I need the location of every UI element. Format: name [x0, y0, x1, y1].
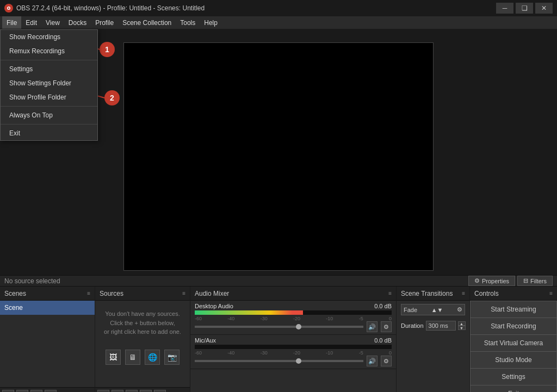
sources-remove-button[interactable]: − — [112, 390, 123, 393]
scene-transitions-panel: Scene Transitions ≡ Fade ▲▼ ⚙ Duration — [397, 287, 470, 392]
audio-mixer-panel: Audio Mixer ≡ Desktop Audio 0.0 dB — [190, 287, 397, 392]
mic-volume-knob — [296, 358, 301, 364]
sources-menu-icon[interactable]: ≡ — [182, 290, 185, 296]
annotation-1: 1 — [100, 42, 115, 57]
preview-canvas — [123, 42, 434, 271]
image-source-icon[interactable]: 🖼 — [106, 350, 121, 365]
divider-2 — [1, 106, 97, 107]
scenes-remove-button[interactable]: − — [16, 390, 28, 393]
menu-show-settings-folder[interactable]: Show Settings Folder — [1, 76, 97, 90]
scenes-panel: Scenes ≡ Scene + − ∧ ∨ — [0, 287, 95, 392]
minimize-button[interactable]: ─ — [496, 3, 513, 14]
audio-mixer-menu-icon[interactable]: ≡ — [388, 290, 392, 296]
menu-scene-collection[interactable]: Scene Collection — [118, 16, 176, 29]
menu-tools[interactable]: Tools — [176, 16, 200, 29]
sources-content[interactable]: You don't have any sources.Click the + b… — [95, 301, 190, 387]
start-streaming-button[interactable]: Start Streaming — [470, 301, 557, 318]
no-source-text: No source selected — [4, 277, 60, 285]
mic-volume-slider[interactable] — [195, 360, 363, 362]
menu-exit[interactable]: Exit — [1, 126, 97, 140]
sources-up-button[interactable]: ∧ — [140, 390, 152, 393]
sources-footer: + − ⚙ ∧ ∨ — [95, 387, 190, 392]
audio-scale-2: -60-40-30-20-10-50 — [195, 350, 392, 356]
transitions-content: Fade ▲▼ ⚙ Duration ▲ ▼ — [397, 301, 469, 392]
maximize-button[interactable]: ❑ — [516, 3, 533, 14]
menu-always-on-top[interactable]: Always On Top — [1, 108, 97, 122]
camera-source-icon[interactable]: 📷 — [164, 350, 180, 365]
mic-audio-settings[interactable]: ⚙ — [381, 356, 392, 366]
app-window: OBS 27.2.4 (64-bit, windows) - Profile: … — [0, 0, 557, 392]
duration-input[interactable] — [426, 321, 456, 331]
menu-help[interactable]: Help — [200, 16, 222, 29]
mic-aux-label: Mic/Aux — [195, 337, 216, 344]
menu-show-recordings[interactable]: Show Recordings — [1, 30, 97, 44]
scene-item[interactable]: Scene — [0, 301, 95, 315]
controls-panel: Controls ≡ Start Streaming Start Recordi… — [470, 287, 557, 392]
divider-1 — [1, 60, 97, 60]
settings-button[interactable]: Settings — [470, 369, 557, 385]
transition-settings-icon[interactable]: ⚙ — [457, 306, 462, 313]
controls-header: Controls ≡ — [470, 287, 557, 301]
desktop-mute-button[interactable]: 🔊 — [367, 321, 377, 332]
menu-show-profile-folder[interactable]: Show Profile Folder — [1, 90, 97, 104]
mic-aux-meter — [195, 345, 392, 349]
source-icons: 🖼 🖥 🌐 📷 — [95, 345, 190, 369]
audio-mixer-header: Audio Mixer ≡ — [190, 287, 396, 301]
filter-icon: ⊟ — [523, 277, 528, 284]
desktop-volume-knob — [296, 324, 301, 329]
app-icon — [4, 4, 13, 13]
mic-aux-controls: 🔊 ⚙ — [195, 356, 392, 366]
audio-mixer-title: Audio Mixer — [195, 290, 229, 297]
close-button[interactable]: ✕ — [535, 3, 553, 14]
scenes-title: Scenes — [4, 290, 26, 297]
studio-mode-button[interactable]: Studio Mode — [470, 352, 557, 369]
properties-button[interactable]: ⚙ Properties — [468, 276, 515, 286]
transitions-menu-icon[interactable]: ≡ — [462, 290, 465, 296]
browser-source-icon[interactable]: 🌐 — [145, 350, 160, 365]
menu-file[interactable]: File — [2, 16, 21, 29]
desktop-audio-label: Desktop Audio — [195, 303, 233, 309]
props-filters: ⚙ Properties ⊟ Filters — [468, 276, 553, 286]
menu-settings[interactable]: Settings — [1, 62, 97, 76]
scenes-up-button[interactable]: ∧ — [30, 390, 42, 393]
menu-docks[interactable]: Docks — [64, 16, 91, 29]
mic-aux-volume: 0.0 dB — [374, 337, 392, 344]
sources-down-button[interactable]: ∨ — [154, 390, 166, 393]
scenes-down-button[interactable]: ∨ — [45, 390, 57, 393]
scenes-menu-icon[interactable]: ≡ — [87, 290, 90, 296]
desktop-audio-settings[interactable]: ⚙ — [381, 321, 392, 332]
desktop-audio-channel: Desktop Audio 0.0 dB -60-40-30-20-10-50 — [190, 301, 396, 335]
duration-label: Duration — [401, 322, 424, 329]
duration-row: Duration ▲ ▼ — [397, 319, 469, 333]
desktop-audio-controls: 🔊 ⚙ — [195, 321, 392, 332]
controls-menu-icon[interactable]: ≡ — [549, 290, 553, 296]
duration-down-button[interactable]: ▼ — [458, 326, 466, 330]
exit-button[interactable]: Exit — [470, 385, 557, 392]
transition-dropdown[interactable]: Fade ▲▼ ⚙ — [401, 304, 465, 315]
start-recording-button[interactable]: Start Recording — [470, 318, 557, 335]
filters-button[interactable]: ⊟ Filters — [517, 276, 553, 286]
desktop-volume-slider[interactable] — [195, 326, 363, 328]
mic-mute-button[interactable]: 🔊 — [367, 356, 377, 366]
menu-remux-recordings[interactable]: Remux Recordings — [1, 44, 97, 58]
transition-arrow: ▲▼ — [431, 307, 443, 313]
scenes-footer: + − ∧ ∨ — [0, 387, 95, 392]
titlebar: OBS 27.2.4 (64-bit, windows) - Profile: … — [0, 0, 557, 16]
sources-settings-button[interactable]: ⚙ — [126, 390, 138, 393]
file-dropdown: Show Recordings Remux Recordings Setting… — [0, 29, 98, 141]
display-source-icon[interactable]: 🖥 — [125, 350, 140, 365]
audio-mixer-content: Desktop Audio 0.0 dB -60-40-30-20-10-50 — [190, 301, 396, 392]
duration-up-button[interactable]: ▲ — [458, 321, 466, 326]
menu-view[interactable]: View — [41, 16, 64, 29]
menu-edit[interactable]: Edit — [21, 16, 41, 29]
start-virtual-camera-button[interactable]: Start Virtual Camera — [470, 335, 557, 352]
sources-add-button[interactable]: + — [97, 390, 109, 393]
scenes-add-button[interactable]: + — [2, 390, 14, 393]
menu-profile[interactable]: Profile — [91, 16, 118, 29]
sources-header: Sources ≡ — [95, 287, 190, 301]
window-title: OBS 27.2.4 (64-bit, windows) - Profile: … — [16, 4, 205, 12]
divider-3 — [1, 124, 97, 125]
mic-aux-channel: Mic/Aux 0.0 dB -60-40-30-20-10-50 — [190, 335, 396, 369]
svg-point-2 — [8, 8, 10, 9]
bottom-panels: Scenes ≡ Scene + − ∧ ∨ Sources ≡ — [0, 287, 557, 392]
